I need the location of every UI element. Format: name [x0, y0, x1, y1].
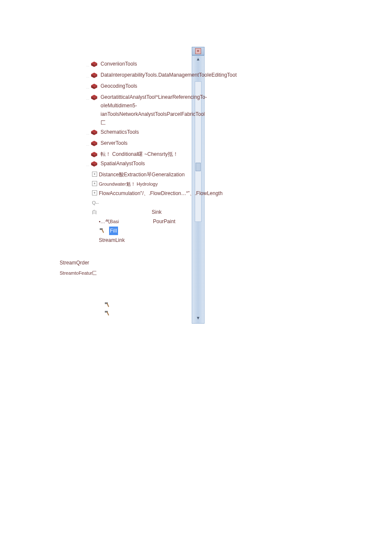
tool-row[interactable]: StreamQrder [60, 260, 89, 266]
toolset-row[interactable]: + Groundwater魁！ Hydrology [85, 180, 205, 188]
toolbox-icon [90, 83, 98, 89]
toolbox-label: GeocodingTools [101, 82, 205, 90]
expand-icon[interactable]: + [92, 190, 97, 195]
tool-label: PourPaint [153, 217, 205, 226]
tree-connector: … [85, 159, 90, 169]
toolset-row[interactable]: + FlowAccumulation"/、.FlowDirection…“”、.… [85, 189, 205, 198]
tree-glyph: 白 [92, 208, 145, 216]
toolset-label: Groundwater魁！ Hydrology [99, 180, 205, 188]
toolbox-icon [90, 72, 98, 78]
expand-icon[interactable]: + [92, 181, 97, 186]
toolset-label: 転！ Conditional曙 ~Chensrty抵！ [101, 150, 205, 158]
toolbox-icon [90, 151, 98, 158]
toolbox-row[interactable]: … GeortatitticaIAnalystTool^LinearRefere… [85, 93, 205, 127]
svg-rect-25 [101, 229, 104, 233]
toolbox-label: GeortatitticaIAnalystTool^LinearReferenc… [101, 93, 207, 127]
toolset-row[interactable]: + Distance酸Extraction琴Generalization [85, 170, 205, 179]
toolbox-label: SchematicsTools [101, 128, 205, 136]
toolbox-label: ServerTools [101, 139, 205, 147]
tool-row[interactable]: •…气Basi PourPaint [85, 217, 205, 226]
toolbox-row[interactable]: … ConveriionTools [85, 60, 205, 70]
tree-glyph: Q-- [92, 198, 205, 207]
tool-label: StreamLink [99, 236, 205, 244]
toolset-label: Distance酸Extraction琴Generalization [99, 170, 205, 179]
tool-label[interactable]: Sink [145, 208, 205, 216]
toolbox-icon [90, 140, 98, 146]
tree-connector: … [85, 93, 90, 103]
tool-row[interactable]: StreamLink [85, 236, 205, 244]
tree-connector: … [85, 128, 90, 138]
hammer-icon [104, 302, 112, 307]
expand-icon[interactable]: + [92, 172, 97, 177]
toolbox-label: SpatialAnalystTools [101, 159, 205, 168]
toolbox-row[interactable]: … DataInteroperabilityTools.DataManageme… [85, 71, 205, 81]
hammer-icon [99, 227, 107, 233]
toolbox-icon [90, 94, 98, 101]
tool-label-selected: FiII [109, 227, 118, 235]
tree-marker: 白 Sink [85, 208, 205, 216]
toolbox-row[interactable]: … GeocodingTools [85, 82, 205, 92]
tree-connector: … [85, 139, 90, 149]
toolbox-label: DataInteroperabilityTools.DataManagement… [101, 71, 237, 79]
tool-row-fill[interactable]: FiII [85, 227, 205, 235]
tree-connector: … [85, 71, 90, 81]
toolset-label: FlowAccumulation"/、.FlowDirection…“”、.Fl… [99, 189, 222, 198]
toolbox-icon [90, 160, 98, 167]
toolbox-row-spatial[interactable]: … SpatialAnalystTools [85, 159, 205, 169]
tool-fragment: •…气Basi [99, 217, 150, 226]
tree-connector: … [85, 60, 90, 70]
toolbox-row[interactable]: … ServerTools [85, 139, 205, 149]
toolbox-row[interactable]: … SchematicsTools [85, 128, 205, 138]
toolbox-label: ConveriionTools [101, 60, 205, 68]
toolbox-icon [90, 60, 98, 67]
toolbox-icon [90, 129, 98, 135]
svg-rect-27 [107, 303, 109, 307]
svg-rect-29 [107, 312, 109, 316]
tree-marker: Q-- [85, 198, 205, 207]
tree-connector: … [85, 82, 90, 92]
tree-connector [85, 150, 90, 152]
arctoolbox-tree: … ConveriionTools … DataInteroperability… [60, 47, 205, 324]
toolset-row[interactable]: 転！ Conditional曙 ~Chensrty抵！ [85, 150, 205, 158]
tool-row[interactable]: StreamtoFeatur匚 [60, 270, 97, 276]
hammer-icon [104, 310, 112, 316]
